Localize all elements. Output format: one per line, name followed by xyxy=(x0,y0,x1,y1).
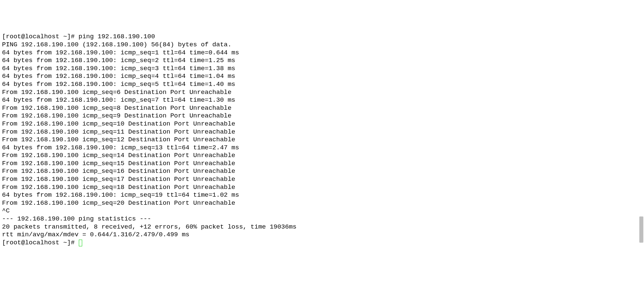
terminal-line: From 192.168.190.100 icmp_seq=16 Destina… xyxy=(2,167,642,176)
terminal-line: From 192.168.190.100 icmp_seq=6 Destinat… xyxy=(2,89,642,97)
terminal-line: 64 bytes from 192.168.190.100: icmp_seq=… xyxy=(2,191,642,199)
terminal-line: ^C xyxy=(2,207,642,215)
prompt-text: [root@localhost ~]# xyxy=(2,239,78,246)
terminal-line: From 192.168.190.100 icmp_seq=10 Destina… xyxy=(2,120,642,128)
terminal-line: rtt min/avg/max/mdev = 0.644/1.316/2.479… xyxy=(2,231,642,239)
terminal-line: 64 bytes from 192.168.190.100: icmp_seq=… xyxy=(2,144,642,152)
terminal-line: 64 bytes from 192.168.190.100: icmp_seq=… xyxy=(2,72,642,81)
terminal-line: 64 bytes from 192.168.190.100: icmp_seq=… xyxy=(2,49,642,57)
terminal-line: 64 bytes from 192.168.190.100: icmp_seq=… xyxy=(2,65,642,73)
terminal-line: From 192.168.190.100 icmp_seq=15 Destina… xyxy=(2,160,642,168)
scrollbar-thumb[interactable] xyxy=(639,216,643,243)
terminal-line: 64 bytes from 192.168.190.100: icmp_seq=… xyxy=(2,81,642,89)
terminal-prompt[interactable]: [root@localhost ~]# xyxy=(2,239,642,247)
terminal-line: From 192.168.190.100 icmp_seq=14 Destina… xyxy=(2,152,642,160)
terminal-line: From 192.168.190.100 icmp_seq=8 Destinat… xyxy=(2,104,642,112)
terminal-line: From 192.168.190.100 icmp_seq=11 Destina… xyxy=(2,128,642,136)
terminal-line: From 192.168.190.100 icmp_seq=9 Destinat… xyxy=(2,112,642,120)
cursor-icon xyxy=(79,240,82,246)
terminal-line: 64 bytes from 192.168.190.100: icmp_seq=… xyxy=(2,57,642,65)
terminal-line: 20 packets transmitted, 8 received, +12 … xyxy=(2,223,642,231)
terminal-line: [root@localhost ~]# ping 192.168.190.100 xyxy=(2,33,642,41)
terminal-line: From 192.168.190.100 icmp_seq=17 Destina… xyxy=(2,176,642,184)
terminal-line: From 192.168.190.100 icmp_seq=12 Destina… xyxy=(2,136,642,144)
terminal-line: 64 bytes from 192.168.190.100: icmp_seq=… xyxy=(2,96,642,104)
terminal-line: From 192.168.190.100 icmp_seq=18 Destina… xyxy=(2,184,642,192)
terminal-output[interactable]: [root@localhost ~]# ping 192.168.190.100… xyxy=(2,33,642,247)
terminal-line: --- 192.168.190.100 ping statistics --- xyxy=(2,215,642,223)
terminal-line: PING 192.168.190.100 (192.168.190.100) 5… xyxy=(2,41,642,49)
terminal-line: From 192.168.190.100 icmp_seq=20 Destina… xyxy=(2,199,642,207)
